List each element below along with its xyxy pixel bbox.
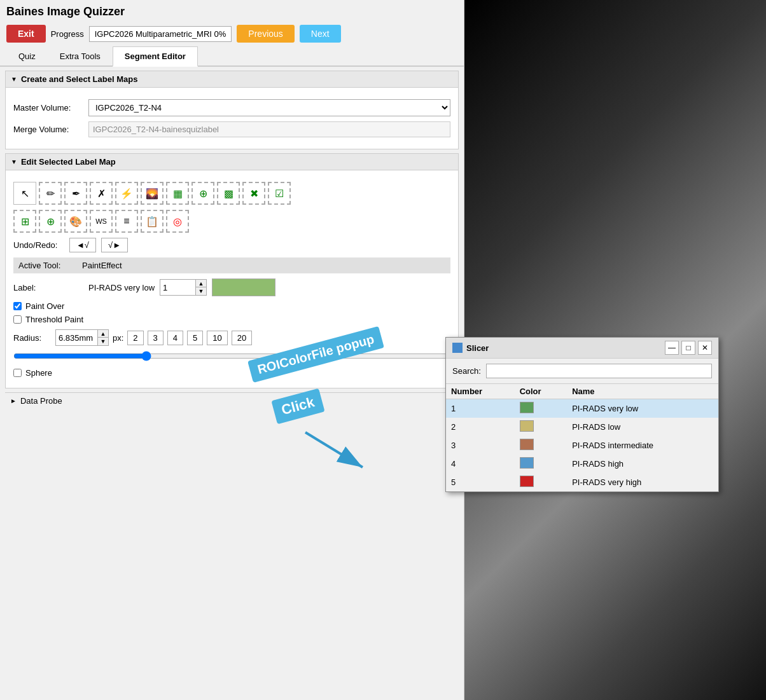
threshold-paint-label: Threshold Paint <box>25 315 83 324</box>
cell-color <box>515 418 568 436</box>
slicer-search-input[interactable] <box>486 364 712 378</box>
master-volume-select[interactable]: IGPC2026_T2-N4 <box>88 99 450 116</box>
radius-down-button[interactable]: ▼ <box>98 338 108 345</box>
slicer-close-button[interactable]: ✕ <box>698 341 712 355</box>
radius-slider[interactable] <box>13 351 450 361</box>
color-swatch <box>520 420 534 432</box>
create-label-maps-section: ▼ Create and Select Label Maps Master Vo… <box>5 71 459 149</box>
slicer-title-left: Slicer <box>452 343 489 353</box>
label-field-label: Label: <box>13 283 83 292</box>
label-color-button[interactable] <box>212 278 275 296</box>
tool-check[interactable]: ☑ <box>268 182 291 205</box>
cell-color <box>515 436 568 455</box>
radius-up-button[interactable]: ▲ <box>98 330 108 338</box>
data-probe-bar[interactable]: ► Data Probe <box>5 392 459 409</box>
threshold-paint-row: Threshold Paint <box>13 315 450 324</box>
slicer-table-row[interactable]: 2 PI-RADS low <box>446 418 718 436</box>
cell-name: PI-RADS intermediate <box>567 436 718 455</box>
edit-label-map-header[interactable]: ▼ Edit Selected Label Map <box>6 154 458 170</box>
label-number-input[interactable]: 1 <box>160 281 195 294</box>
label-number-spinner: 1 ▲ ▼ <box>160 279 207 296</box>
main-panel: Baines Image Quizzer Exit Progress IGPC2… <box>0 0 464 700</box>
sphere-row: Sphere <box>13 368 450 378</box>
slicer-color-table: Number Color Name 1 PI-RADS very low 2 P… <box>446 384 718 491</box>
paint-over-label: Paint Over <box>25 301 64 311</box>
tool-wand[interactable]: ⚡ <box>115 182 138 205</box>
radius-btn-10[interactable]: 10 <box>207 331 227 345</box>
tool-clipboard[interactable]: 📋 <box>141 210 164 233</box>
col-number: Number <box>446 384 515 399</box>
slicer-title: Slicer <box>466 343 489 353</box>
tab-quiz[interactable]: Quiz <box>6 46 48 65</box>
radius-btn-2[interactable]: 2 <box>127 331 143 345</box>
color-swatch <box>520 476 534 487</box>
data-probe-arrow: ► <box>10 397 17 404</box>
create-label-maps-title: Create and Select Label Maps <box>21 74 138 84</box>
tool-lines[interactable]: ≡ <box>115 210 138 233</box>
redo-button[interactable]: √► <box>101 238 128 252</box>
tool-paint[interactable]: ✏ <box>39 182 62 205</box>
next-button[interactable]: Next <box>300 25 341 43</box>
slicer-table-row[interactable]: 4 PI-RADS high <box>446 455 718 473</box>
slicer-table-row[interactable]: 5 PI-RADS very high <box>446 473 718 491</box>
radius-btn-5[interactable]: 5 <box>187 331 203 345</box>
spinner-up-button[interactable]: ▲ <box>196 280 206 287</box>
active-tool-row: Active Tool: PaintEffect <box>13 257 450 273</box>
tool-color[interactable]: 🎨 <box>64 210 87 233</box>
spinner-down-button[interactable]: ▼ <box>196 287 206 295</box>
slicer-table-row[interactable]: 3 PI-RADS intermediate <box>446 436 718 455</box>
undo-redo-row: Undo/Redo: ◄√ √► <box>13 238 450 252</box>
slicer-table-header: Number Color Name <box>446 384 718 399</box>
radius-px-label: px: <box>113 333 123 343</box>
cell-number: 4 <box>446 455 515 473</box>
merge-volume-row: Merge Volume: IGPC2026_T2-N4-bainesquizl… <box>13 121 450 137</box>
radius-slider-row <box>13 351 450 363</box>
slicer-maximize-button[interactable]: □ <box>681 341 695 355</box>
exit-button[interactable]: Exit <box>6 25 46 43</box>
tool-erase[interactable]: ✗ <box>90 182 113 205</box>
data-probe-label: Data Probe <box>20 396 62 406</box>
slicer-popup: Slicer — □ ✕ Search: Number Color Name 1… <box>445 337 719 492</box>
edit-label-map-section: ▼ Edit Selected Label Map ↖ ✏ ✒ ✗ ⚡ 🌄 ▦ … <box>5 153 459 388</box>
cell-number: 2 <box>446 418 515 436</box>
cell-name: PI-RADS very low <box>567 399 718 418</box>
sphere-checkbox[interactable] <box>13 369 22 377</box>
spinner-controls: ▲ ▼ <box>195 280 206 295</box>
active-tool-value: PaintEffect <box>82 261 122 270</box>
slicer-window-controls: — □ ✕ <box>665 341 712 355</box>
radius-btn-3[interactable]: 3 <box>148 331 164 345</box>
slicer-table-row[interactable]: 1 PI-RADS very low <box>446 399 718 418</box>
radius-input[interactable]: 6.835mm <box>56 331 97 345</box>
tool-xmark[interactable]: ✖ <box>242 182 265 205</box>
progress-value: IGPC2026 Multiparametric_MRI 0% <box>89 26 232 42</box>
tool-arrow[interactable]: ↖ <box>13 182 36 205</box>
tool-grid2[interactable]: ▩ <box>217 182 240 205</box>
slicer-search-row: Search: <box>446 359 718 384</box>
tool-crosshair[interactable]: ⊕ <box>192 182 214 205</box>
undo-button[interactable]: ◄√ <box>69 238 96 252</box>
slicer-app-icon <box>452 343 463 353</box>
col-name: Name <box>567 384 718 399</box>
tab-extra-tools[interactable]: Extra Tools <box>48 46 113 65</box>
toolbar-row-1: ↖ ✏ ✒ ✗ ⚡ 🌄 ▦ ⊕ ▩ ✖ ☑ <box>13 182 450 205</box>
tool-ws[interactable]: WS <box>90 210 113 233</box>
radius-btn-4[interactable]: 4 <box>167 331 183 345</box>
create-label-maps-header[interactable]: ▼ Create and Select Label Maps <box>6 71 458 88</box>
tab-segment-editor[interactable]: Segment Editor <box>113 46 198 67</box>
paint-over-checkbox[interactable] <box>13 302 22 310</box>
threshold-paint-checkbox[interactable] <box>13 315 22 324</box>
slicer-minimize-button[interactable]: — <box>665 341 679 355</box>
color-swatch <box>520 402 534 413</box>
merge-volume-value: IGPC2026_T2-N4-bainesquizlabel <box>88 121 450 137</box>
tool-fill[interactable]: 🌄 <box>141 182 164 205</box>
previous-button[interactable]: Previous <box>237 25 294 43</box>
radius-btn-20[interactable]: 20 <box>232 331 252 345</box>
edit-label-map-content: ↖ ✏ ✒ ✗ ⚡ 🌄 ▦ ⊕ ▩ ✖ ☑ ⊞ ⊕ 🎨 WS ≡ 📋 ◎ <box>6 170 458 388</box>
tool-grid3[interactable]: ⊞ <box>13 210 36 233</box>
master-volume-row: Master Volume: IGPC2026_T2-N4 <box>13 99 450 116</box>
tool-grid1[interactable]: ▦ <box>166 182 189 205</box>
tool-draw[interactable]: ✒ <box>64 182 87 205</box>
master-volume-label: Master Volume: <box>13 103 83 113</box>
tool-record[interactable]: ◎ <box>166 210 189 233</box>
tool-plus-grid[interactable]: ⊕ <box>39 210 62 233</box>
